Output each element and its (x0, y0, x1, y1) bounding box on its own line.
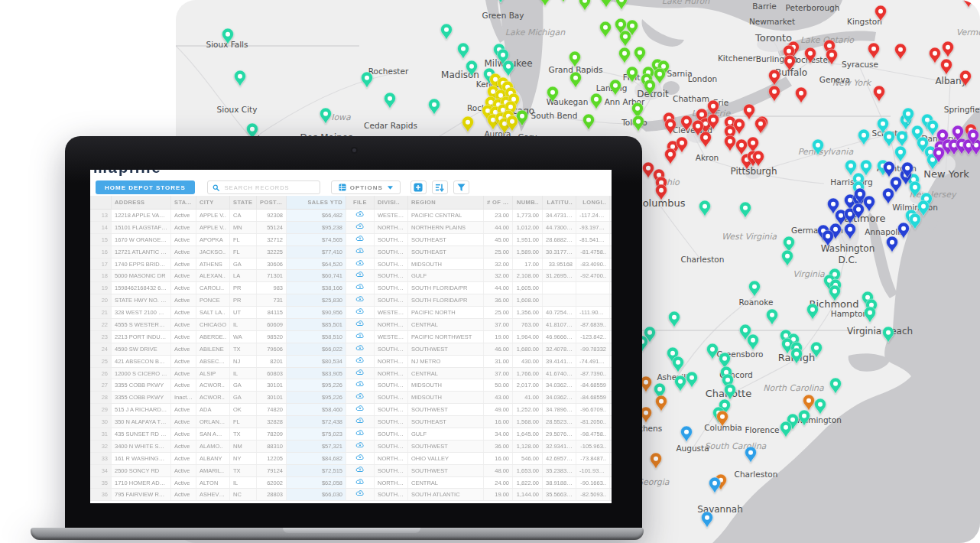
map-pin[interactable] (677, 137, 688, 153)
table-row[interactable]: 33161 R WASHINGTON A..ActiveALBANYNY1220… (90, 453, 612, 465)
map-pin[interactable] (700, 132, 712, 148)
map-pin[interactable] (887, 236, 898, 252)
file-cloud-icon[interactable] (346, 392, 375, 403)
map-pin[interactable] (702, 512, 713, 528)
map-pin[interactable] (458, 43, 469, 59)
table-row[interactable]: 2612000 S CICERO AVEActiveALSIPIL60803$8… (90, 368, 612, 380)
file-cloud-icon[interactable] (346, 258, 375, 270)
map-pin[interactable] (858, 129, 870, 145)
file-cloud-icon[interactable] (346, 477, 375, 489)
map-pin[interactable] (830, 378, 842, 394)
column-header-address[interactable]: ADDRESS (112, 196, 171, 209)
map-pin[interactable] (462, 116, 474, 132)
file-cloud-icon[interactable] (346, 453, 375, 464)
file-cloud-icon[interactable] (346, 343, 375, 355)
table-row[interactable]: 244590 SW DRIVEActiveABILENETX79606$66,0… (90, 343, 612, 356)
column-header-region[interactable]: REGION (408, 196, 484, 209)
table-row[interactable]: 171740 EPPS BRIDGE RDActiveATHENSGA30606… (90, 258, 612, 271)
column-header-postal[interactable]: POSTA.. (257, 196, 287, 209)
map-pin[interactable] (815, 398, 826, 415)
filter-button[interactable] (453, 180, 469, 194)
map-pin[interactable] (748, 334, 759, 350)
map-pin[interactable] (744, 104, 755, 120)
table-row[interactable]: 29515 J A RICHARDSON..ActiveADAOK74820$5… (90, 404, 612, 416)
map-pin[interactable] (807, 304, 819, 320)
table-row[interactable]: 273355 COBB PKWYActiveACWOR..GA30101$95,… (90, 379, 612, 392)
map-pin[interactable] (897, 131, 908, 147)
table-row[interactable]: 21328 WEST 2100 SOUT..ActiveSALT LA..UT8… (90, 307, 612, 319)
search-box[interactable] (207, 180, 320, 194)
map-pin[interactable] (895, 146, 907, 162)
map-pin[interactable] (963, 0, 975, 8)
map-pin[interactable] (943, 41, 954, 57)
map-pin[interactable] (782, 250, 793, 266)
map-pin[interactable] (864, 196, 875, 212)
map-pin[interactable] (591, 93, 602, 109)
map-pin[interactable] (709, 477, 721, 493)
search-input[interactable] (223, 184, 310, 192)
map-pin[interactable] (579, 0, 591, 11)
map-pin[interactable] (675, 376, 686, 392)
map-pin[interactable] (725, 135, 736, 151)
column-header-state[interactable]: STATE (230, 196, 257, 209)
map-pin[interactable] (780, 421, 792, 437)
column-header-number[interactable]: NUMB.. (513, 196, 543, 209)
file-cloud-icon[interactable] (346, 416, 375, 428)
column-header-lat[interactable]: LATITU.. (543, 196, 576, 209)
map-pin[interactable] (320, 108, 332, 124)
table-row[interactable]: 1612721 ATLANTIC BLVDActiveJACKSO..FL322… (90, 246, 612, 258)
map-pin[interactable] (633, 115, 644, 132)
map-pin[interactable] (884, 161, 895, 177)
map-pin[interactable] (941, 59, 952, 75)
map-pin[interactable] (796, 87, 807, 103)
table-row[interactable]: 151670 W ORANGE BLO..ActiveAPOPKAFL32712… (90, 234, 612, 246)
map-pin[interactable] (441, 24, 453, 40)
table-row[interactable]: 283355 COBB PKWYInactiveACWOR..GA30101$9… (90, 392, 612, 404)
table-row[interactable]: 36795 FAIRVIEW ROADActiveASHEVIL..NC2880… (90, 489, 612, 501)
column-header-status[interactable]: STATUS (171, 196, 196, 209)
map-pin[interactable] (656, 395, 667, 411)
file-cloud-icon[interactable] (346, 428, 375, 440)
column-header-employees[interactable]: # OF E.. (484, 196, 513, 209)
file-cloud-icon[interactable] (346, 270, 375, 281)
table-row[interactable]: 1415101 FLAGSTAFF AVEActiveAPPLE V..MN55… (90, 222, 612, 234)
file-cloud-icon[interactable] (346, 356, 375, 367)
file-cloud-icon[interactable] (346, 294, 375, 306)
map-pin[interactable] (429, 99, 440, 115)
file-cloud-icon[interactable] (346, 210, 375, 221)
sort-button[interactable] (432, 180, 448, 194)
map-pin[interactable] (669, 311, 680, 327)
table-row[interactable]: 1312218 APPLE VALLEY ..ActiveAPPLE V..CA… (90, 210, 612, 222)
file-cloud-icon[interactable] (346, 319, 375, 330)
map-pin[interactable] (686, 372, 698, 388)
table-row[interactable]: 25421 ABSECON BLVDActiveABSECONNJ8201$80… (90, 356, 612, 368)
file-cloud-icon[interactable] (346, 246, 375, 258)
map-pin[interactable] (654, 68, 666, 84)
map-pin[interactable] (861, 160, 872, 176)
map-pin[interactable] (699, 200, 711, 216)
column-header-sales[interactable]: SALES YTD (287, 196, 346, 209)
map-pin[interactable] (745, 447, 757, 463)
map-pin[interactable] (769, 86, 780, 102)
dataset-button[interactable]: HOME DEPOT STORES (96, 180, 195, 194)
map-pin[interactable] (845, 160, 857, 176)
file-cloud-icon[interactable] (346, 282, 375, 294)
map-pin[interactable] (930, 47, 941, 63)
file-cloud-icon[interactable] (346, 489, 375, 500)
map-pin[interactable] (616, 0, 628, 10)
file-cloud-icon[interactable] (346, 368, 375, 379)
map-pin[interactable] (665, 148, 677, 164)
file-cloud-icon[interactable] (346, 331, 375, 343)
map-pin[interactable] (681, 426, 693, 442)
table-row[interactable]: 185000 MASONIC DRActiveALEXAN..LA71301$6… (90, 270, 612, 282)
map-pin[interactable] (740, 202, 751, 218)
map-pin[interactable] (895, 44, 907, 60)
column-header-file[interactable]: FILE (346, 196, 375, 209)
file-cloud-icon[interactable] (346, 404, 375, 415)
file-cloud-icon[interactable] (346, 441, 375, 452)
map-pin[interactable] (620, 31, 631, 47)
column-header-city[interactable]: CITY (196, 196, 230, 209)
map-pin[interactable] (803, 395, 815, 411)
file-cloud-icon[interactable] (346, 465, 375, 476)
map-pin[interactable] (558, 0, 570, 2)
